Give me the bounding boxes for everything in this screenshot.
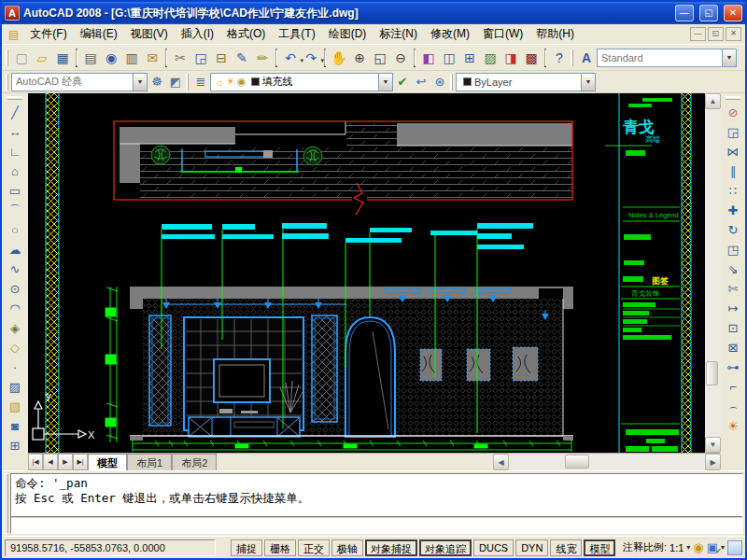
scale-button[interactable]: ◳ [723, 240, 743, 259]
etransmit-button[interactable]: ✉ [142, 48, 162, 68]
chevron-down-icon[interactable]: ▼ [722, 49, 736, 66]
fillet-button[interactable]: ⌢ [723, 397, 743, 416]
revision-cloud-button[interactable]: ☁ [5, 240, 25, 259]
save-button[interactable]: ▦ [52, 48, 73, 68]
ortho-toggle[interactable]: 正交 [298, 539, 330, 556]
vertical-scroll-thumb[interactable] [706, 361, 718, 385]
properties-button[interactable]: ◧ [418, 48, 439, 68]
open-button[interactable]: ▱ [32, 48, 52, 68]
command-window-grip[interactable] [4, 473, 8, 534]
menu-draw[interactable]: 绘图(D) [322, 24, 374, 44]
annotation-visibility-icon[interactable]: ▣✔ [707, 540, 718, 554]
otrack-toggle[interactable]: 对象追踪 [419, 539, 472, 556]
my-workspace-button[interactable]: ◩ [166, 73, 185, 91]
ellipse-button[interactable]: ⊙ [5, 279, 25, 299]
ellipse-arc-button[interactable]: ◠ [5, 299, 25, 318]
plot-button[interactable]: ▤ [80, 48, 101, 68]
erase-button[interactable]: ⊘ [723, 103, 743, 122]
menu-dimension[interactable]: 标注(N) [373, 24, 424, 44]
toolbar-grip[interactable] [726, 96, 740, 100]
tab-first-button[interactable]: |◀ [28, 454, 43, 470]
elevation-view[interactable] [106, 287, 573, 452]
point-button[interactable]: ∙ [5, 357, 25, 377]
osnap-toggle[interactable]: 对象捕捉 [365, 539, 417, 556]
text-style-button[interactable]: A [576, 48, 597, 68]
tab-layout2[interactable]: 布局2 [172, 454, 217, 470]
scroll-up-button[interactable]: ▲ [705, 93, 721, 109]
match-properties-button[interactable]: ✎ [232, 48, 252, 68]
tab-layout1[interactable]: 布局1 [127, 454, 172, 470]
extend-button[interactable]: ↦ [723, 299, 743, 318]
lineweight-toggle[interactable]: 线宽 [550, 539, 582, 556]
chevron-down-icon[interactable]: ▼ [133, 74, 147, 91]
spline-button[interactable]: ∿ [5, 259, 25, 279]
menu-modify[interactable]: 修改(M) [424, 24, 476, 44]
polygon-button[interactable]: ⌂ [5, 161, 25, 181]
move-button[interactable]: ✚ [723, 201, 743, 220]
menu-window[interactable]: 窗口(W) [476, 24, 529, 44]
polyline-button[interactable]: ∟ [5, 142, 25, 161]
tab-last-button[interactable]: ▶| [73, 454, 88, 470]
menu-file[interactable]: 文件(F) [23, 24, 73, 44]
mdi-restore-button[interactable]: ◱ [708, 27, 724, 41]
tab-model[interactable]: 模型 [88, 454, 127, 470]
make-block-button[interactable]: ◇ [5, 338, 25, 357]
publish-button[interactable]: ▥ [121, 48, 142, 68]
make-object-layer-current-button[interactable]: ✔ [393, 73, 412, 91]
hatch-button[interactable]: ▨ [5, 377, 25, 397]
designcenter-button[interactable]: ◫ [439, 48, 459, 68]
scroll-down-button[interactable]: ▼ [705, 437, 721, 453]
pan-button[interactable]: ✋ [329, 48, 349, 68]
annotation-lock-icon[interactable]: ◉ [693, 540, 703, 554]
mdi-minimize-button[interactable]: — [690, 27, 706, 41]
snap-toggle[interactable]: 捕捉 [231, 539, 262, 556]
undo-button[interactable]: ↶ [280, 48, 301, 68]
scroll-right-button[interactable]: ▶ [705, 454, 721, 470]
menu-tools[interactable]: 工具(T) [272, 24, 321, 44]
layer-on-icon[interactable]: ☼ [215, 77, 224, 88]
grid-toggle[interactable]: 栅格 [264, 539, 296, 556]
join-button[interactable]: ⊶ [723, 357, 743, 377]
command-history[interactable]: 命令: '_pan按 Esc 或 Enter 键退出，或单击右键显示快捷菜单。 [11, 474, 742, 518]
menu-view[interactable]: 视图(V) [124, 24, 175, 44]
chamfer-button[interactable]: ⌐ [723, 377, 743, 397]
line-button[interactable]: ╱ [5, 103, 25, 122]
mdi-close-button[interactable]: ✕ [726, 27, 741, 41]
help-button[interactable]: ? [549, 48, 570, 68]
paste-button[interactable]: ⊟ [211, 48, 232, 68]
horizontal-scrollbar[interactable]: ◀ ▶ [493, 454, 721, 470]
menu-help[interactable]: 帮助(H) [529, 24, 581, 44]
toolbar-grip[interactable] [6, 74, 8, 91]
mirror-button[interactable]: ⋈ [723, 142, 743, 161]
layer-freeze-icon[interactable]: ☀ [226, 76, 235, 88]
tab-prev-button[interactable]: ◀ [43, 454, 58, 470]
menu-edit[interactable]: 编辑(E) [74, 24, 124, 44]
layer-previous-button[interactable]: ↩ [412, 73, 430, 91]
rotate-button[interactable]: ↻ [723, 220, 743, 240]
drawing-canvas[interactable]: 青戈 高端 Notes & Legend 图签 [28, 93, 705, 453]
copy-button[interactable]: ◲ [723, 122, 743, 142]
clean-screen-button[interactable] [727, 540, 742, 555]
annotation-scale-value[interactable]: 1:1 [669, 542, 684, 553]
polar-toggle[interactable]: 极轴 [331, 539, 363, 556]
restore-button[interactable]: ◱ [699, 5, 718, 21]
redo-button[interactable]: ↷ [301, 48, 321, 68]
chevron-down-icon[interactable]: ▼ [581, 74, 595, 91]
close-button[interactable]: ✕ [724, 5, 742, 21]
break-at-point-button[interactable]: ⊡ [723, 318, 743, 338]
horizontal-scroll-thumb[interactable] [565, 455, 589, 469]
zoom-window-button[interactable]: ◱ [370, 48, 390, 68]
block-editor-button[interactable]: ✏ [252, 48, 273, 68]
cut-button[interactable]: ✂ [170, 48, 190, 68]
arc-button[interactable]: ⌒ [5, 201, 25, 220]
plot-preview-button[interactable]: ◉ [101, 48, 121, 68]
command-text-area[interactable]: 命令: '_pan按 Esc 或 Enter 键退出，或单击右键显示快捷菜单。 [10, 473, 743, 534]
rectangle-button[interactable]: ▭ [5, 181, 25, 201]
ducs-toggle[interactable]: DUCS [473, 539, 514, 556]
layer-lock-icon[interactable]: ◉ [237, 76, 247, 88]
toolbar-grip[interactable] [186, 74, 189, 91]
construction-line-button[interactable]: ↔ [5, 122, 25, 142]
copy-clip-button[interactable]: ◲ [190, 48, 211, 68]
vertical-scroll-track[interactable] [705, 109, 721, 437]
table-button[interactable]: ⊞ [5, 436, 25, 455]
